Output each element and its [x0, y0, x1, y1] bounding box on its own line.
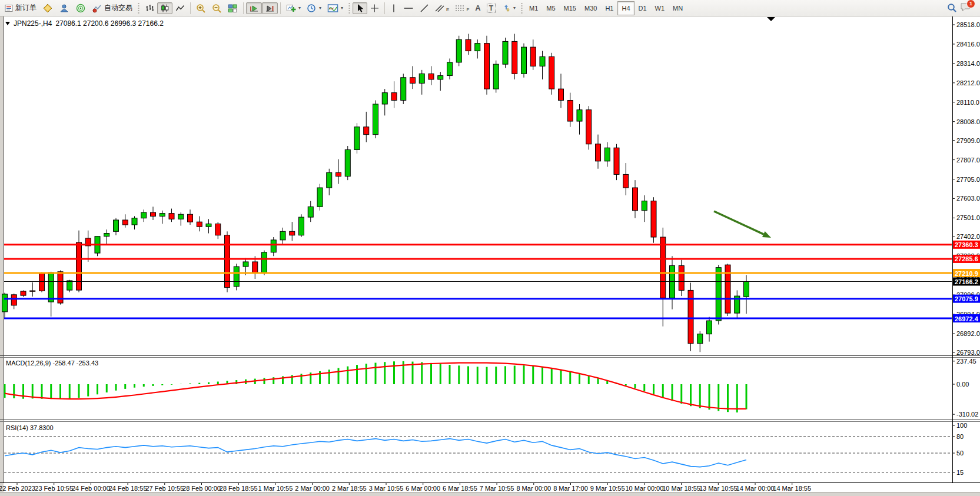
candle-body [160, 214, 165, 217]
candle-body [586, 110, 592, 144]
zoom-in-button[interactable] [193, 2, 209, 14]
equidistant-channel-icon [435, 4, 444, 12]
time-tick-label: 10 Mar 18:55 [662, 485, 700, 492]
toolbar: 新订单 自动交易 [0, 0, 980, 16]
profile-button[interactable] [56, 2, 72, 14]
timeframe-button-mn[interactable]: MN [669, 1, 687, 15]
label-tool-button[interactable]: T [484, 2, 499, 14]
timeframe-button-h4[interactable]: H4 [617, 1, 634, 15]
timeframe-button-w1[interactable]: W1 [651, 1, 669, 15]
auto-scroll-icon [249, 4, 259, 13]
candle-body [262, 252, 267, 274]
candle-body [308, 207, 313, 217]
chart-ohlc: 27086.1 27200.6 26996.3 27166.2 [55, 19, 164, 28]
toolbar-grip2[interactable] [348, 2, 351, 14]
timeframe-button-d1[interactable]: D1 [634, 1, 651, 15]
tile-windows-icon [228, 4, 238, 13]
channel-tool-letter: E [446, 7, 449, 12]
auto-trading-button[interactable]: 自动交易 [89, 2, 135, 14]
candle-body [614, 148, 619, 174]
candle-body [642, 201, 647, 211]
periods-button[interactable]: ▾ [304, 2, 324, 14]
main-price-pane[interactable] [4, 16, 952, 355]
candle-body [336, 172, 341, 176]
candle-body [327, 172, 332, 188]
time-tick-label: 28 Feb 18:55 [220, 485, 258, 492]
text-tool-button[interactable]: A [472, 2, 483, 14]
new-chart-button[interactable] [39, 2, 56, 14]
templates-button[interactable]: ▾ [324, 2, 346, 14]
rsi-label: RSI(14) 37.8300 [6, 424, 54, 431]
indicators-dropdown-caret: ▾ [298, 5, 301, 11]
auto-scroll-button[interactable] [246, 2, 262, 14]
timeframe-button-m15[interactable]: M15 [560, 1, 580, 15]
price-tick-label: 28416.0 [956, 41, 980, 48]
crosshair-button[interactable] [367, 2, 382, 14]
candle-body [317, 188, 323, 207]
candle-body [114, 220, 119, 231]
chart-shift-button[interactable] [262, 2, 278, 14]
candle-body [67, 281, 72, 290]
rsi-tick-label: 50 [956, 450, 964, 457]
fibonacci-tool-button[interactable]: F [452, 2, 472, 14]
scroll-group [246, 1, 278, 16]
candlestick-icon [160, 4, 170, 13]
rsi-pane[interactable] [4, 421, 952, 482]
timeframe-button-m30[interactable]: M30 [580, 1, 601, 15]
auto-trading-icon [92, 4, 102, 13]
fibonacci-icon [455, 4, 464, 12]
zoom-out-button[interactable] [209, 2, 225, 14]
price-tick-label: 27603.0 [956, 195, 980, 202]
time-tick-label: 2 Mar 18:55 [332, 485, 367, 492]
chart-type-group [142, 1, 188, 16]
candle-body [197, 222, 202, 227]
candle-body [744, 281, 749, 297]
trendline-tool-button[interactable] [417, 2, 432, 14]
tile-windows-button[interactable] [225, 2, 241, 14]
macd-pane[interactable] [4, 357, 952, 420]
indicators-button[interactable]: ▾ [283, 2, 304, 14]
collapse-icon[interactable] [5, 22, 10, 25]
candle-body [503, 41, 508, 64]
candle-body [493, 64, 499, 89]
candle-body [141, 212, 147, 218]
profile-person-icon [59, 4, 69, 13]
price-tick-label: 28518.0 [956, 21, 980, 28]
candle-body [2, 294, 8, 312]
shapes-tool-button[interactable]: ▾ [499, 2, 519, 14]
line-chart-type-button[interactable] [172, 2, 188, 14]
candle-body [447, 62, 453, 76]
new-order-icon [4, 4, 14, 13]
vertical-line-tool-button[interactable] [387, 2, 400, 14]
bar-chart-type-button[interactable] [142, 2, 157, 14]
price-tick-label: 26793.0 [956, 349, 980, 356]
time-tick-label: 6 Mar 18:55 [443, 485, 477, 492]
time-tick-label: 9 Mar 10:55 [590, 485, 625, 492]
search-button[interactable] [944, 2, 960, 14]
channel-tool-button[interactable]: E [432, 2, 452, 14]
candle-body [660, 237, 666, 298]
timeframe-button-m5[interactable]: M5 [542, 1, 559, 15]
candle-body [428, 74, 434, 79]
price-tick-label: 26892.0 [956, 330, 980, 337]
cursor-button[interactable] [353, 2, 367, 14]
new-order-button[interactable]: 新订单 [1, 2, 39, 14]
candlestick-chart-type-button[interactable] [157, 2, 172, 14]
candle-body [707, 321, 712, 334]
signals-button[interactable] [72, 2, 89, 14]
chart-canvas[interactable]: 28518.028416.028314.028212.028110.028008… [0, 16, 980, 492]
toolbar-grip[interactable] [137, 2, 140, 14]
price-tick-label: 28314.0 [956, 60, 980, 67]
chart-window[interactable]: 28518.028416.028314.028212.028110.028008… [0, 16, 980, 492]
candle-body [169, 214, 174, 219]
timeframe-button-m1[interactable]: M1 [525, 1, 542, 15]
horizontal-line-tool-button[interactable] [400, 2, 417, 14]
toolbar-grip3[interactable] [520, 2, 523, 14]
rsi-tick-label: 100 [956, 422, 967, 429]
timeframe-button-h1[interactable]: H1 [601, 1, 617, 15]
notifications-button[interactable]: 1 [960, 2, 972, 15]
candle-body [512, 41, 517, 74]
chart-symbol-period: JPN225-,H4 [14, 19, 52, 28]
candle-body [391, 93, 397, 101]
candle-body [253, 262, 258, 273]
